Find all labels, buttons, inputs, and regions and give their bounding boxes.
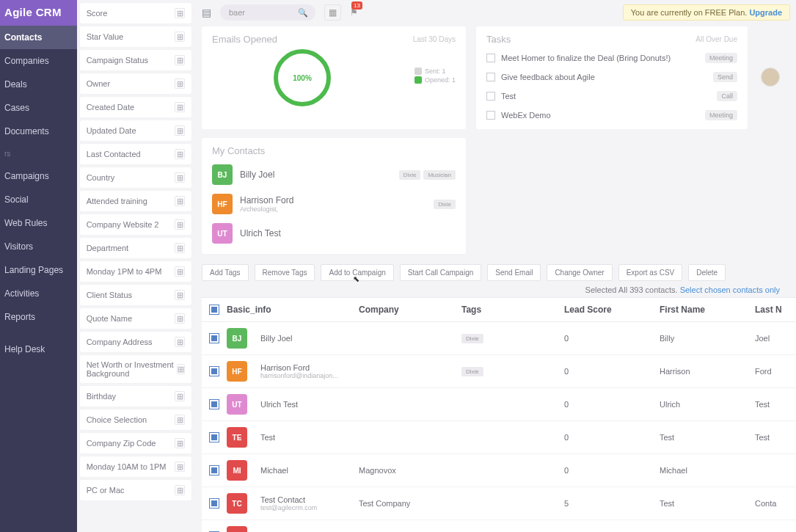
expand-icon: ⊞ [175,462,185,472]
avatar: HF [212,194,233,214]
search-icon: 🔍 [298,8,308,18]
change-owner-button[interactable]: Change Owner [547,264,612,281]
left-nav: Agile CRM ContactsCompaniesDealsCasesDoc… [0,0,77,532]
table-row[interactable]: TCTest Contacttest@agilecrm.comTest Comp… [202,487,796,520]
user-avatar[interactable] [761,68,780,87]
filter-quote-name[interactable]: Quote Name⊞ [80,308,191,329]
table-row[interactable]: TETest0TestTest [202,421,796,454]
filter-owner[interactable]: Owner⊞ [80,73,191,94]
add-tags-button[interactable]: Add Tags [202,264,249,281]
nav-item-social[interactable]: Social [0,188,77,211]
nav-item-activities[interactable]: Activities [0,282,77,305]
nav-item-landing-pages[interactable]: Landing Pages [0,258,77,282]
task-checkbox[interactable] [486,111,495,120]
task-row[interactable]: Give feedback about AgileSend [486,68,737,87]
filter-score[interactable]: Score⊞ [80,3,191,23]
task-checkbox[interactable] [486,92,495,101]
filter-company-website-2[interactable]: Company Website 2⊞ [80,214,191,235]
row-checkbox[interactable] [209,399,219,409]
filter-birthday[interactable]: Birthday⊞ [80,386,191,407]
task-checkbox[interactable] [486,54,495,62]
expand-icon: ⊞ [175,243,185,253]
nav-item-companies[interactable]: Companies [0,49,77,73]
filter-client-status[interactable]: Client Status⊞ [80,285,191,305]
filter-star-value[interactable]: Star Value⊞ [80,26,191,47]
avatar: UT [212,223,233,244]
avatar: MI [227,460,247,481]
nav-item-deals[interactable]: Deals [0,73,77,96]
col-score[interactable]: Lead Score [564,305,660,315]
send-email-button[interactable]: Send Email [487,264,541,281]
row-first: Harrison [660,367,755,376]
nav-item-documents[interactable]: Documents [0,120,77,143]
filter-created-date[interactable]: Created Date⊞ [80,97,191,117]
nav-item-cases[interactable]: Cases [0,96,77,120]
filter-pc-or-mac[interactable]: PC or Mac⊞ [80,480,191,500]
filter-monday-10am-to-1pm[interactable]: Monday 10AM to 1PM⊞ [80,456,191,477]
contact-row[interactable]: UTUlrich Test [212,219,456,248]
calendar-icon[interactable]: ▦ [324,4,341,21]
col-company[interactable]: Company [359,305,461,315]
filter-country[interactable]: Country⊞ [80,167,191,188]
col-last[interactable]: Last N [755,305,792,315]
row-checkbox[interactable] [209,498,219,509]
row-checkbox[interactable] [209,465,219,475]
filter-campaign-status[interactable]: Campaign Status⊞ [80,50,191,70]
row-checkbox[interactable] [209,432,219,442]
task-checkbox[interactable] [486,73,495,81]
filter-last-contacted[interactable]: Last Contacted⊞ [80,144,191,164]
expand-icon: ⊞ [175,149,185,159]
nav-item-reports[interactable]: Reports [0,305,77,329]
table-row[interactable]: HFHarrison Fordharrisonford@indianajon..… [202,355,796,388]
upgrade-link[interactable]: Upgrade [749,8,782,17]
nav-item-rs[interactable]: rs [0,143,77,164]
notifications-icon[interactable]: 13 ⚑ [350,7,358,18]
table-row[interactable]: UTUlrich Test0UlrichTest [202,388,796,421]
table-row[interactable]: BJBilly JoelDixie0BillyJoel [202,322,796,355]
contact-row[interactable]: HFHarrison FordArcheologist,Dixie [212,189,456,219]
task-row[interactable]: Meet Homer to finalize the Deal (Bring D… [486,48,737,68]
nav-item-contacts[interactable]: Contacts [0,26,77,49]
menu-toggle-icon[interactable]: ▤ [202,7,211,18]
chart-legend: Sent: 1Opened: 1 [415,66,456,85]
nav-item-web-rules[interactable]: Web Rules [0,211,77,235]
search-input[interactable]: baer 🔍 [220,4,315,21]
table-row[interactable]: TETestJune 3rd 20180TestTest [202,520,796,532]
contact-tag: Dixie [434,200,456,209]
nav-item-visitors[interactable]: Visitors [0,235,77,258]
row-checkbox[interactable] [209,366,219,376]
col-basic[interactable]: Basic_info [227,305,359,315]
select-chosen-link[interactable]: Select chosen contacts only [680,285,780,294]
filter-company-zip-code[interactable]: Company Zip Code⊞ [80,433,191,453]
contacts-grid: Basic_info Company Tags Lead Score First… [202,297,796,532]
delete-button[interactable]: Delete [688,264,726,281]
nav-item-help-desk[interactable]: Help Desk [0,338,77,361]
filter-company-address[interactable]: Company Address⊞ [80,332,191,352]
row-name: Billy Joel [260,334,292,343]
filter-department[interactable]: Department⊞ [80,238,191,258]
select-all-checkbox[interactable] [209,305,219,315]
remove-tags-button[interactable]: Remove Tags [255,264,315,281]
row-company: Magnovox [359,466,461,475]
filter-attended-training[interactable]: Attended training⊞ [80,191,191,211]
task-type-pill: Call [717,91,737,101]
expand-icon: ⊞ [175,438,185,448]
filter-updated-date[interactable]: Updated Date⊞ [80,120,191,141]
nav-item-campaigns[interactable]: Campaigns [0,164,77,188]
filter-net-worth-or-investment-background[interactable]: Net Worth or Investment Background⊞ [80,355,191,383]
task-row[interactable]: TestCall [486,87,737,106]
contact-row[interactable]: BJBilly JoelDixieMusician [212,160,456,189]
table-row[interactable]: MIMichaelMagnovox0Michael [202,454,796,487]
filter-choice-selection[interactable]: Choice Selection⊞ [80,409,191,430]
col-first[interactable]: First Name [660,305,755,315]
expand-icon: ⊞ [175,125,185,136]
filter-monday-1pm-to-4pm[interactable]: Monday 1PM to 4PM⊞ [80,261,191,282]
task-row[interactable]: WebEx DemoMeeting [486,106,737,125]
export-as-csv-button[interactable]: Export as CSV [618,264,683,281]
row-checkbox[interactable] [209,333,219,343]
tasks-panel: Tasks All Over Due Meet Homer to finaliz… [476,26,748,129]
start-call-campaign-button[interactable]: Start Call Campaign [400,264,481,281]
avatar: BJ [227,328,247,349]
contact-subtitle: Archeologist, [240,205,293,213]
col-tags[interactable]: Tags [461,305,564,315]
